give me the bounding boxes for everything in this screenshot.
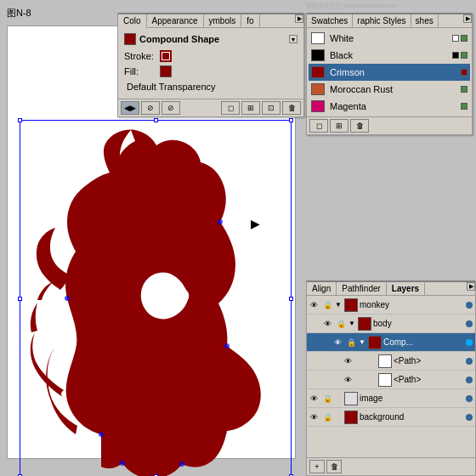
lock-body[interactable]: 🔒 <box>335 318 347 330</box>
swatch-list: White Black Crimson Moroccan Rust Magent… <box>307 28 472 116</box>
eye-body[interactable]: 👁 <box>321 318 333 330</box>
layers-footer: + 🗑 <box>307 457 475 475</box>
eye-image[interactable]: 👁 <box>308 393 320 405</box>
default-transparency-label: Default Transparency <box>124 81 218 93</box>
tab-align[interactable]: Align <box>307 282 337 295</box>
color-panel: Colo Appearance ymbols fo ▶ Compound Sha… <box>117 13 304 117</box>
svg-point-2 <box>218 219 223 224</box>
lock-background[interactable]: 🔒 <box>321 411 333 423</box>
thumb-path2 <box>378 373 392 387</box>
layer-row-image[interactable]: 👁 🔒 image <box>307 389 475 408</box>
eye-monkey[interactable]: 👁 <box>308 299 320 311</box>
svg-point-0 <box>99 432 104 437</box>
swatch-item-white[interactable]: White <box>309 30 470 47</box>
layer-row-monkey[interactable]: 👁 🔒 ▼ monkey <box>307 296 475 314</box>
expand-body[interactable]: ▼ <box>348 320 356 327</box>
thumb-background <box>344 411 358 424</box>
thumb-monkey <box>344 298 358 312</box>
watermark: 图格设计社区 ommunitesvuan.con <box>306 2 397 10</box>
swatches-panel: Swatches raphic Styles shes ▶ White Blac… <box>306 13 473 135</box>
swatch-indicator-black <box>452 52 459 59</box>
thumb-image <box>344 392 358 405</box>
tab-swatches[interactable]: Swatches <box>307 14 353 27</box>
tab-color[interactable]: Colo <box>118 14 147 28</box>
eye-path1[interactable]: 👁 <box>342 355 354 367</box>
layer-name-background: background <box>360 412 466 422</box>
layer-row-path2[interactable]: 👁 . <Path> <box>307 371 475 389</box>
lf-btn-delete[interactable]: 🗑 <box>326 460 342 473</box>
compound-shape-label: Compound Shape <box>139 34 289 44</box>
lock-comp[interactable]: 🔒 <box>345 337 357 348</box>
layers-panel: Align Pathfinder Layers ▶ 👁 🔒 ▼ monkey 👁… <box>306 280 476 476</box>
eye-background[interactable]: 👁 <box>308 411 320 423</box>
swatch-name-moroccan: Moroccan Rust <box>330 84 459 94</box>
layer-row-comp[interactable]: 👁 🔒 ▼ Comp... <box>307 333 475 352</box>
stroke-label: Stroke: <box>124 51 160 61</box>
tb-btn-4[interactable]: ◻ <box>221 101 240 115</box>
swatch-color-moroccan <box>311 83 325 95</box>
tb-btn-6[interactable]: ⊡ <box>262 101 280 115</box>
sw-tb-2[interactable]: ⊞ <box>330 119 348 133</box>
default-transparency-row: Default Transparency <box>122 80 300 94</box>
compound-shape-row: Compound Shape ▼ <box>122 31 300 47</box>
swatches-menu-btn[interactable]: ▶ <box>463 14 472 23</box>
expand-monkey[interactable]: ▼ <box>334 301 343 309</box>
tb-btn-2[interactable]: ⊘ <box>141 101 160 115</box>
swatch-item-black[interactable]: Black <box>309 47 470 64</box>
lock-image[interactable]: 🔒 <box>321 393 333 405</box>
swatch-indicator-crimson <box>461 69 468 76</box>
tab-brushes[interactable]: shes <box>411 14 439 27</box>
layer-row-background[interactable]: 👁 🔒 background <box>307 408 475 427</box>
tb-btn-1[interactable]: ◀▶ <box>121 101 139 115</box>
sw-tb-1[interactable]: ◻ <box>309 119 328 133</box>
handle-tl[interactable] <box>18 118 22 122</box>
layer-row-body[interactable]: 👁 🔒 ▼ body <box>307 314 475 333</box>
layer-dot-body <box>466 320 473 327</box>
tab-layers[interactable]: Layers <box>387 282 425 295</box>
layer-name-monkey: monkey <box>360 300 466 309</box>
swatch-name-crimson: Crimson <box>330 67 459 77</box>
layers-list: 👁 🔒 ▼ monkey 👁 🔒 ▼ body 👁 🔒 ▼ C <box>307 296 475 440</box>
swatch-name-magenta: Magenta <box>330 101 459 111</box>
stroke-swatch[interactable] <box>160 50 172 62</box>
layer-name-path1: <Path> <box>394 356 466 366</box>
handle-ml[interactable] <box>18 297 22 301</box>
sw-tb-3[interactable]: 🗑 <box>350 119 369 133</box>
swatch-name-white: White <box>330 33 450 43</box>
tb-btn-7[interactable]: 🗑 <box>282 101 301 115</box>
layer-dot-monkey <box>466 302 473 309</box>
svg-point-3 <box>224 343 230 348</box>
svg-point-4 <box>179 462 184 467</box>
svg-point-1 <box>65 296 70 301</box>
expand-comp[interactable]: ▼ <box>358 338 366 346</box>
swatch-color-crimson <box>311 66 325 78</box>
tab-symbols[interactable]: ymbols <box>204 14 242 27</box>
swatch-indicator-magenta <box>461 103 468 110</box>
swatch-indicator-white <box>452 35 459 42</box>
lf-btn-new-layer[interactable]: + <box>309 460 325 473</box>
tab-appearance[interactable]: Appearance <box>147 14 204 27</box>
svg-point-5 <box>120 461 125 466</box>
compound-expand-btn[interactable]: ▼ <box>289 35 298 43</box>
lock-monkey[interactable]: 🔒 <box>321 299 333 311</box>
tab-graphic-styles[interactable]: raphic Styles <box>353 14 411 27</box>
eye-path2[interactable]: 👁 <box>342 374 354 386</box>
layer-row-path1[interactable]: 👁 . <Path> <box>307 352 475 371</box>
swatch-item-magenta[interactable]: Magenta <box>309 98 470 115</box>
monkey-silhouette <box>25 111 297 476</box>
tab-pathfinder[interactable]: Pathfinder <box>337 282 387 295</box>
fill-swatch[interactable] <box>160 65 172 77</box>
thumb-path1 <box>378 354 392 368</box>
layer-name-path2: <Path> <box>394 375 466 384</box>
fill-label: Fill: <box>124 66 160 76</box>
panel-menu-btn[interactable]: ▶ <box>295 14 303 23</box>
swatch-item-crimson[interactable]: Crimson <box>309 64 470 81</box>
tab-fo[interactable]: fo <box>241 14 259 27</box>
swatch-item-moroccan[interactable]: Moroccan Rust <box>309 81 470 98</box>
eye-comp[interactable]: 👁 <box>332 337 343 348</box>
layer-name-body: body <box>373 319 466 328</box>
tb-btn-5[interactable]: ⊞ <box>241 101 260 115</box>
stroke-inner <box>162 53 169 60</box>
tb-btn-3[interactable]: ⊘ <box>162 101 180 115</box>
layers-menu-btn[interactable]: ▶ <box>467 282 475 291</box>
